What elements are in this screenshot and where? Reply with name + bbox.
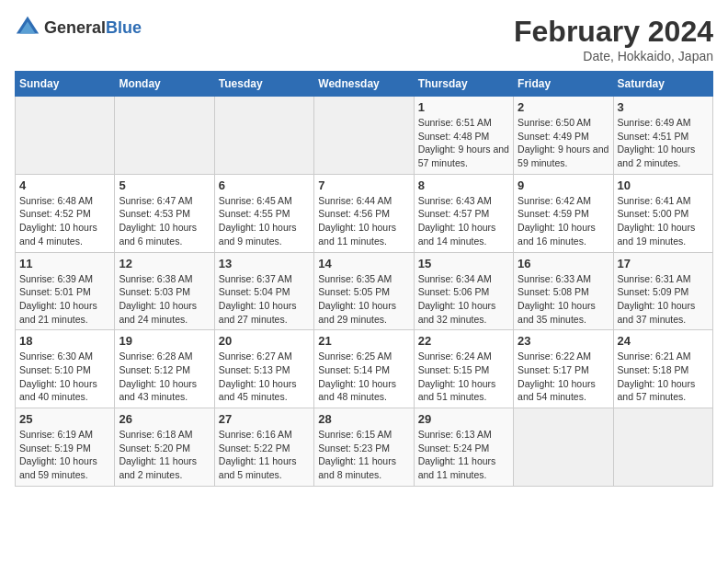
weekday-header-friday: Friday: [514, 72, 613, 97]
day-number: 21: [318, 334, 409, 348]
day-info: Sunrise: 6:34 AMSunset: 5:06 PMDaylight:…: [418, 272, 509, 327]
logo: GeneralBlue: [15, 15, 142, 40]
day-number: 5: [119, 178, 210, 192]
day-number: 2: [518, 100, 609, 114]
calendar-cell: 12Sunrise: 6:38 AMSunset: 5:03 PMDayligh…: [115, 252, 214, 330]
calendar-cell: 22Sunrise: 6:24 AMSunset: 5:15 PMDayligh…: [414, 330, 513, 408]
calendar-cell: 23Sunrise: 6:22 AMSunset: 5:17 PMDayligh…: [514, 330, 613, 408]
logo-icon: [15, 15, 40, 40]
day-info: Sunrise: 6:50 AMSunset: 4:49 PMDaylight:…: [518, 116, 609, 170]
day-number: 16: [518, 257, 609, 270]
weekday-header-wednesday: Wednesday: [314, 72, 414, 97]
day-number: 1: [418, 100, 509, 114]
day-info: Sunrise: 6:42 AMSunset: 4:59 PMDaylight:…: [518, 194, 609, 248]
calendar-week-3: 11Sunrise: 6:39 AMSunset: 5:01 PMDayligh…: [16, 252, 713, 330]
day-info: Sunrise: 6:24 AMSunset: 5:15 PMDaylight:…: [418, 350, 509, 404]
calendar-cell: [314, 97, 414, 175]
calendar-cell: 3Sunrise: 6:49 AMSunset: 4:51 PMDaylight…: [613, 97, 712, 175]
day-info: Sunrise: 6:21 AMSunset: 5:18 PMDaylight:…: [618, 350, 709, 404]
calendar-cell: [16, 97, 115, 175]
calendar-week-4: 18Sunrise: 6:30 AMSunset: 5:10 PMDayligh…: [16, 330, 713, 408]
day-info: Sunrise: 6:19 AMSunset: 5:19 PMDaylight:…: [19, 428, 110, 482]
calendar-cell: 16Sunrise: 6:33 AMSunset: 5:08 PMDayligh…: [514, 252, 613, 330]
day-number: 8: [418, 178, 509, 192]
calendar-body: 1Sunrise: 6:51 AMSunset: 4:48 PMDaylight…: [16, 97, 713, 487]
calendar-cell: 28Sunrise: 6:15 AMSunset: 5:23 PMDayligh…: [314, 408, 414, 487]
calendar-cell: 9Sunrise: 6:42 AMSunset: 4:59 PMDaylight…: [514, 174, 613, 252]
day-info: Sunrise: 6:25 AMSunset: 5:14 PMDaylight:…: [318, 350, 409, 404]
day-number: 29: [418, 412, 509, 426]
weekday-header-sunday: Sunday: [16, 72, 115, 97]
day-info: Sunrise: 6:49 AMSunset: 4:51 PMDaylight:…: [618, 116, 709, 170]
page-header: GeneralBlue February 2024 Date, Hokkaido…: [15, 15, 713, 63]
day-number: 25: [19, 412, 110, 426]
day-number: 24: [618, 334, 709, 348]
day-number: 3: [618, 100, 709, 114]
calendar-week-1: 1Sunrise: 6:51 AMSunset: 4:48 PMDaylight…: [16, 97, 713, 175]
calendar-cell: 8Sunrise: 6:43 AMSunset: 4:57 PMDaylight…: [414, 174, 513, 252]
calendar-cell: 11Sunrise: 6:39 AMSunset: 5:01 PMDayligh…: [16, 252, 115, 330]
calendar-cell: 29Sunrise: 6:13 AMSunset: 5:24 PMDayligh…: [414, 408, 513, 487]
day-info: Sunrise: 6:39 AMSunset: 5:01 PMDaylight:…: [19, 272, 110, 327]
day-info: Sunrise: 6:30 AMSunset: 5:10 PMDaylight:…: [19, 350, 110, 404]
calendar-cell: [613, 408, 712, 487]
day-number: 20: [219, 334, 310, 348]
calendar-cell: 17Sunrise: 6:31 AMSunset: 5:09 PMDayligh…: [613, 252, 712, 330]
calendar-header: SundayMondayTuesdayWednesdayThursdayFrid…: [16, 72, 713, 97]
day-number: 23: [518, 334, 609, 348]
day-number: 11: [19, 257, 110, 270]
calendar-table: SundayMondayTuesdayWednesdayThursdayFrid…: [15, 71, 713, 487]
day-number: 10: [618, 178, 709, 192]
day-info: Sunrise: 6:28 AMSunset: 5:12 PMDaylight:…: [119, 350, 210, 404]
day-number: 22: [418, 334, 509, 348]
calendar-cell: 2Sunrise: 6:50 AMSunset: 4:49 PMDaylight…: [514, 97, 613, 175]
day-number: 27: [219, 412, 310, 426]
calendar-cell: 7Sunrise: 6:44 AMSunset: 4:56 PMDaylight…: [314, 174, 414, 252]
day-number: 15: [418, 257, 509, 270]
calendar-cell: [214, 97, 313, 175]
day-number: 18: [19, 334, 110, 348]
calendar-week-5: 25Sunrise: 6:19 AMSunset: 5:19 PMDayligh…: [16, 408, 713, 487]
day-number: 6: [219, 178, 310, 192]
calendar-cell: 21Sunrise: 6:25 AMSunset: 5:14 PMDayligh…: [314, 330, 414, 408]
day-number: 14: [318, 257, 409, 270]
calendar-subtitle: Date, Hokkaido, Japan: [514, 49, 713, 63]
day-info: Sunrise: 6:16 AMSunset: 5:22 PMDaylight:…: [219, 428, 310, 482]
day-number: 28: [318, 412, 409, 426]
calendar-cell: 10Sunrise: 6:41 AMSunset: 5:00 PMDayligh…: [613, 174, 712, 252]
day-number: 26: [119, 412, 210, 426]
day-info: Sunrise: 6:22 AMSunset: 5:17 PMDaylight:…: [518, 350, 609, 404]
day-info: Sunrise: 6:27 AMSunset: 5:13 PMDaylight:…: [219, 350, 310, 404]
calendar-week-2: 4Sunrise: 6:48 AMSunset: 4:52 PMDaylight…: [16, 174, 713, 252]
day-number: 17: [618, 257, 709, 270]
day-info: Sunrise: 6:44 AMSunset: 4:56 PMDaylight:…: [318, 194, 409, 248]
weekday-header-monday: Monday: [115, 72, 214, 97]
calendar-cell: 27Sunrise: 6:16 AMSunset: 5:22 PMDayligh…: [214, 408, 313, 487]
calendar-cell: 25Sunrise: 6:19 AMSunset: 5:19 PMDayligh…: [16, 408, 115, 487]
day-info: Sunrise: 6:41 AMSunset: 5:00 PMDaylight:…: [618, 194, 709, 248]
calendar-cell: 19Sunrise: 6:28 AMSunset: 5:12 PMDayligh…: [115, 330, 214, 408]
weekday-row: SundayMondayTuesdayWednesdayThursdayFrid…: [16, 72, 713, 97]
day-info: Sunrise: 6:37 AMSunset: 5:04 PMDaylight:…: [219, 272, 310, 327]
day-number: 9: [518, 178, 609, 192]
day-number: 13: [219, 257, 310, 270]
day-number: 19: [119, 334, 210, 348]
logo-blue-text: Blue: [106, 18, 142, 37]
calendar-cell: 1Sunrise: 6:51 AMSunset: 4:48 PMDaylight…: [414, 97, 513, 175]
calendar-cell: 26Sunrise: 6:18 AMSunset: 5:20 PMDayligh…: [115, 408, 214, 487]
weekday-header-thursday: Thursday: [414, 72, 513, 97]
calendar-cell: 13Sunrise: 6:37 AMSunset: 5:04 PMDayligh…: [214, 252, 313, 330]
day-number: 7: [318, 178, 409, 192]
calendar-cell: [514, 408, 613, 487]
calendar-cell: 24Sunrise: 6:21 AMSunset: 5:18 PMDayligh…: [613, 330, 712, 408]
calendar-cell: 14Sunrise: 6:35 AMSunset: 5:05 PMDayligh…: [314, 252, 414, 330]
day-info: Sunrise: 6:13 AMSunset: 5:24 PMDaylight:…: [418, 428, 509, 482]
weekday-header-saturday: Saturday: [613, 72, 712, 97]
day-info: Sunrise: 6:15 AMSunset: 5:23 PMDaylight:…: [318, 428, 409, 482]
day-info: Sunrise: 6:31 AMSunset: 5:09 PMDaylight:…: [618, 272, 709, 327]
day-info: Sunrise: 6:48 AMSunset: 4:52 PMDaylight:…: [19, 194, 110, 248]
day-info: Sunrise: 6:18 AMSunset: 5:20 PMDaylight:…: [119, 428, 210, 482]
day-info: Sunrise: 6:33 AMSunset: 5:08 PMDaylight:…: [518, 272, 609, 327]
calendar-cell: 5Sunrise: 6:47 AMSunset: 4:53 PMDaylight…: [115, 174, 214, 252]
day-info: Sunrise: 6:47 AMSunset: 4:53 PMDaylight:…: [119, 194, 210, 248]
